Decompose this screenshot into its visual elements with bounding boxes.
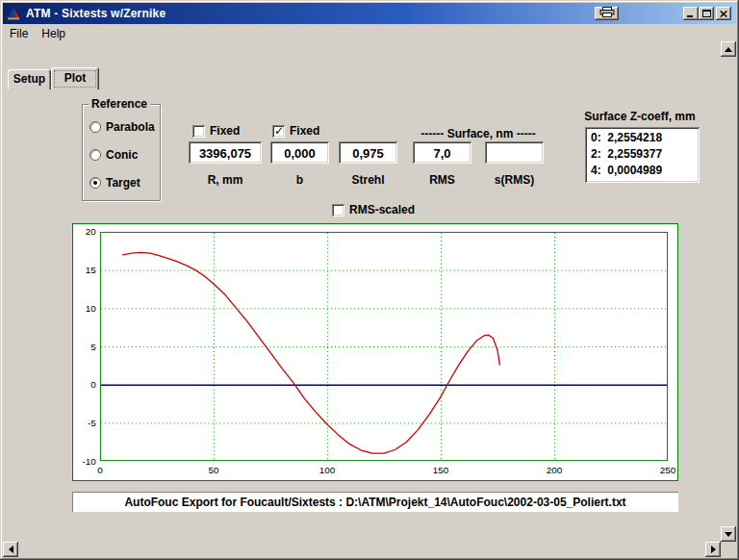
minimize-icon xyxy=(687,7,695,20)
scroll-left-button[interactable] xyxy=(3,542,18,557)
radio-parabola[interactable]: Parabola xyxy=(89,120,155,134)
r-label: R, mm xyxy=(189,173,262,187)
vertical-scrollbar[interactable] xyxy=(721,41,736,542)
b-label: b xyxy=(270,173,329,187)
scroll-right-button[interactable] xyxy=(705,542,721,557)
fixed-r-label: Fixed xyxy=(210,124,240,138)
menubar: File Help xyxy=(3,24,721,42)
reference-groupbox: Reference Parabola Conic Target xyxy=(82,104,161,201)
tab-focus-rect xyxy=(54,70,96,88)
zcoeff-item-4[interactable]: 4: 0,0004989 xyxy=(591,163,700,179)
app-window: ATM - Sixtests w/Zernike xyxy=(0,0,739,560)
up-arrow-icon xyxy=(725,47,732,52)
strehl-input[interactable] xyxy=(339,141,397,164)
fixed-b-check-row[interactable]: Fixed xyxy=(272,124,319,138)
horizontal-scrollbar[interactable] xyxy=(3,542,721,557)
right-arrow-icon xyxy=(711,546,716,553)
titlebar: ATM - Sixtests w/Zernike xyxy=(3,3,736,24)
radio-parabola-circle[interactable] xyxy=(89,121,101,133)
printer-icon xyxy=(599,7,615,20)
svg-text:0: 0 xyxy=(97,465,103,475)
rms-scaled-label: RMS-scaled xyxy=(349,203,415,216)
srms-label: s(RMS) xyxy=(485,173,544,187)
scroll-down-button[interactable] xyxy=(721,526,736,542)
zcoeff-title: Surface Z-coeff, mm xyxy=(573,110,707,123)
svg-text:200: 200 xyxy=(547,465,563,475)
strehl-label: Strehl xyxy=(339,173,397,187)
radio-conic[interactable]: Conic xyxy=(89,148,138,162)
maximize-button[interactable] xyxy=(699,7,714,20)
surface-plot-panel: 050100150200250-10-505101520 xyxy=(72,223,678,481)
maximize-icon xyxy=(702,7,711,20)
radio-target-circle[interactable] xyxy=(89,177,101,189)
svg-text:250: 250 xyxy=(660,465,676,475)
app-icon xyxy=(6,6,21,21)
print-button[interactable] xyxy=(595,7,619,20)
radio-conic-circle[interactable] xyxy=(89,149,101,161)
scrollbar-corner xyxy=(721,542,736,557)
rms-label: RMS xyxy=(413,173,471,187)
zcoeff-item-0[interactable]: 0: 2,2554218 xyxy=(591,130,700,146)
radio-conic-label: Conic xyxy=(106,148,138,162)
down-arrow-icon xyxy=(725,532,732,537)
svg-text:-5: -5 xyxy=(88,418,96,428)
reference-group-title: Reference xyxy=(89,97,150,111)
radio-target[interactable]: Target xyxy=(89,176,140,190)
fixed-b-checkbox[interactable] xyxy=(272,125,285,138)
svg-text:0: 0 xyxy=(90,379,96,390)
svg-text:50: 50 xyxy=(208,465,219,475)
tab-setup[interactable]: Setup xyxy=(8,69,51,89)
zcoeff-item-2[interactable]: 2: 2,2559377 xyxy=(591,146,700,163)
rms-scaled-checkbox[interactable] xyxy=(332,204,344,216)
close-button[interactable] xyxy=(716,7,731,20)
fixed-r-check-row[interactable]: Fixed xyxy=(192,124,240,138)
surface-plot: 050100150200250-10-505101520 xyxy=(73,224,677,480)
b-input[interactable] xyxy=(270,141,329,164)
srms-input[interactable] xyxy=(485,141,544,164)
zcoeff-listbox[interactable]: 0: 2,2554218 2: 2,2559377 4: 0,0004989 xyxy=(585,127,700,183)
rms-input[interactable] xyxy=(413,141,471,164)
svg-text:20: 20 xyxy=(86,226,97,237)
svg-text:15: 15 xyxy=(86,265,97,275)
svg-text:150: 150 xyxy=(433,465,449,475)
tab-plot[interactable]: Plot xyxy=(51,67,99,89)
status-text: AutoFouc Export for Foucault/Sixtests : … xyxy=(124,496,625,509)
svg-text:100: 100 xyxy=(319,465,336,475)
surface-nm-header: ------ Surface, nm ----- xyxy=(402,127,554,140)
svg-text:-10: -10 xyxy=(83,456,97,467)
svg-text:5: 5 xyxy=(90,342,96,352)
menu-help[interactable]: Help xyxy=(35,25,72,42)
radio-parabola-label: Parabola xyxy=(106,120,155,134)
left-arrow-icon xyxy=(9,546,13,553)
fixed-r-checkbox[interactable] xyxy=(192,125,205,138)
window-title: ATM - Sixtests w/Zernike xyxy=(26,7,166,20)
rms-scaled-check-row[interactable]: RMS-scaled xyxy=(332,203,415,216)
svg-text:10: 10 xyxy=(86,303,97,314)
menu-file[interactable]: File xyxy=(3,25,35,42)
fixed-b-label: Fixed xyxy=(290,124,319,138)
r-input[interactable] xyxy=(189,141,262,164)
scroll-up-button[interactable] xyxy=(721,41,736,57)
status-bar: AutoFouc Export for Foucault/Sixtests : … xyxy=(72,492,678,512)
minimize-button[interactable] xyxy=(683,7,699,20)
close-icon xyxy=(720,7,727,20)
radio-target-label: Target xyxy=(106,176,140,190)
